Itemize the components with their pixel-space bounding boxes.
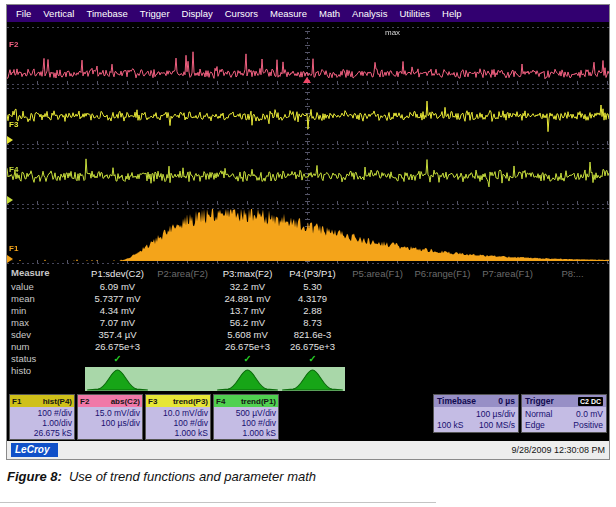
menu-item-measure[interactable]: Measure xyxy=(264,8,313,19)
trace-label-f3[interactable]: F3 xyxy=(9,120,18,129)
histogram-icon xyxy=(85,367,150,391)
oscilloscope-screen: FileVerticalTimebaseTriggerDisplayCursor… xyxy=(6,4,610,460)
trace-function: trend(P1) xyxy=(241,397,276,406)
trace-function: trend(P3) xyxy=(173,397,208,406)
menu-bar: FileVerticalTimebaseTriggerDisplayCursor… xyxy=(7,5,609,22)
scale-line: 100 µs/div xyxy=(80,418,140,428)
measure-histicon-p5 xyxy=(345,367,410,391)
menu-item-trigger[interactable]: Trigger xyxy=(134,8,176,19)
menu-item-utilities[interactable]: Utilities xyxy=(393,8,436,19)
measure-cell-sdev-p4: 821.6e-3 xyxy=(280,329,345,341)
measure-cell-mean-p4: 4.3179 xyxy=(280,293,345,305)
menu-item-help[interactable]: Help xyxy=(436,8,468,19)
trace-label-f2[interactable]: F2 xyxy=(9,40,18,49)
measure-column-header-p8[interactable]: P8:... xyxy=(540,267,605,281)
measure-column-header-p3[interactable]: P3:max(F2) xyxy=(215,267,280,281)
measure-cell-sdev-p2 xyxy=(150,329,215,341)
trace-descriptor-f3-body: 10.0 mV/div 100 #/div 1.000 kS xyxy=(146,407,210,439)
trace-descriptor-f2[interactable]: F2 abs(C2) 15.0 mV/div 100 µs/div xyxy=(77,394,143,440)
figure-caption-text: Use of trend functions and parameter mat… xyxy=(69,469,316,484)
histogram-icon xyxy=(215,367,280,391)
measure-column-header-p4[interactable]: P4:(P3/P1) xyxy=(280,267,345,281)
measure-cell-status-p5 xyxy=(345,353,410,365)
trigger-body: Normal 0.0 mV Edge Positive xyxy=(522,407,606,432)
measure-cell-min-p2 xyxy=(150,305,215,317)
measure-cell-max-p2 xyxy=(150,317,215,329)
menu-item-analysis[interactable]: Analysis xyxy=(346,8,393,19)
measure-column-header-p2[interactable]: P2:area(F2) xyxy=(150,267,215,281)
page: FileVerticalTimebaseTriggerDisplayCursor… xyxy=(0,0,616,507)
measure-cell-min-p7 xyxy=(475,305,540,317)
waveform-display: F2 F3 F4 F1 max xyxy=(7,22,609,265)
histogram-icon xyxy=(280,367,345,391)
trace-descriptor-f4-header: F4 trend(P1) xyxy=(214,395,278,407)
trigger-descriptor[interactable]: Trigger C2 DC Normal 0.0 mV Edge Positiv… xyxy=(521,394,607,433)
trigger-slope: Positive xyxy=(573,420,603,431)
timebase-header: Timebase 0 µs xyxy=(434,395,518,407)
trace-level-marker-f4-icon[interactable] xyxy=(7,196,13,204)
measure-row-label-mean: mean xyxy=(11,293,85,305)
measure-column-header-p1[interactable]: P1:sdev(C2) xyxy=(85,267,150,281)
trace-level-marker-f1-icon[interactable] xyxy=(7,255,13,263)
trigger-level: 0.0 mV xyxy=(576,409,603,420)
measure-cell-value-p8 xyxy=(540,281,605,293)
status-bar: LeCroy 9/28/2009 12:30:08 PM xyxy=(7,441,609,459)
measure-cell-status-p3: ✓ xyxy=(215,353,280,365)
lecroy-logo: LeCroy xyxy=(11,443,58,457)
menu-item-math[interactable]: Math xyxy=(313,8,346,19)
trace-descriptor-f4-body: 500 µV/div 100 #/div 1.000 kS xyxy=(214,407,278,439)
measure-cell-value-p3: 32.2 mV xyxy=(215,281,280,293)
measure-cell-sdev-p3: 5.608 mV xyxy=(215,329,280,341)
scale-line: 100 #/div xyxy=(148,418,208,428)
menu-item-display[interactable]: Display xyxy=(176,8,219,19)
trace-descriptor-f3[interactable]: F3 trend(P3) 10.0 mV/div 100 #/div 1.000… xyxy=(145,394,211,440)
waveform-canvas[interactable] xyxy=(7,22,609,265)
measure-cell-status-p8 xyxy=(540,353,605,365)
measure-column-header-p6[interactable]: P6:range(F1) xyxy=(410,267,475,281)
menu-item-timebase[interactable]: Timebase xyxy=(80,8,133,19)
measure-cell-min-p5 xyxy=(345,305,410,317)
measure-cell-max-p4: 8.73 xyxy=(280,317,345,329)
trace-level-marker-f3-icon[interactable] xyxy=(7,136,13,144)
measure-cell-max-p5 xyxy=(345,317,410,329)
measure-cell-min-p8 xyxy=(540,305,605,317)
measure-cell-value-p6 xyxy=(410,281,475,293)
scale-line xyxy=(80,428,140,438)
timebase-scale: 100 µs/div xyxy=(437,409,515,420)
timebase-descriptor[interactable]: Timebase 0 µs 100 µs/div 100 kS 100 MS/s xyxy=(433,394,519,433)
trace-descriptor-f1[interactable]: F1 hist(P4) 100 #/div 1.00/div 26.675 kS xyxy=(9,394,75,440)
measure-row-label-status: status xyxy=(11,353,85,365)
measure-column-header-p7[interactable]: P7:area(F1) xyxy=(475,267,540,281)
menu-item-file[interactable]: File xyxy=(10,8,37,19)
timebase-offset: 0 µs xyxy=(498,396,515,406)
measure-cell-sdev-p8 xyxy=(540,329,605,341)
measure-cell-max-p3: 56.2 mV xyxy=(215,317,280,329)
trace-function: abs(C2) xyxy=(111,397,140,406)
menu-item-cursors[interactable]: Cursors xyxy=(219,8,264,19)
trace-descriptor-f4[interactable]: F4 trend(P1) 500 µV/div 100 #/div 1.000 … xyxy=(213,394,279,440)
scale-line: 100 #/div xyxy=(216,418,276,428)
trigger-time-marker-icon[interactable] xyxy=(303,77,311,83)
measure-histicon-p3 xyxy=(215,367,280,391)
trace-label-f1[interactable]: F1 xyxy=(9,244,18,253)
measure-cell-mean-p1: 5.7377 mV xyxy=(85,293,150,305)
measure-cell-value-p4: 5.30 xyxy=(280,281,345,293)
measure-cell-status-p6 xyxy=(410,353,475,365)
menu-item-vertical[interactable]: Vertical xyxy=(37,8,80,19)
measure-cell-mean-p7 xyxy=(475,293,540,305)
measure-cell-num-p7 xyxy=(475,341,540,353)
measure-cell-num-p3: 26.675e+3 xyxy=(215,341,280,353)
measure-histicon-p4 xyxy=(280,367,345,391)
measure-cell-num-p1: 26.675e+3 xyxy=(85,341,150,353)
trigger-mode: Normal xyxy=(525,409,552,420)
trace-function: hist(P4) xyxy=(43,397,72,406)
trace-label-f4[interactable]: F4 xyxy=(9,165,18,174)
measure-cell-mean-p2 xyxy=(150,293,215,305)
measure-cell-num-p4: 26.675e+3 xyxy=(280,341,345,353)
measure-column-header-p5[interactable]: P5:area(F1) xyxy=(345,267,410,281)
trace-descriptor-f2-header: F2 abs(C2) xyxy=(78,395,142,407)
measure-row-label-max: max xyxy=(11,317,85,329)
measure-cell-max-p6 xyxy=(410,317,475,329)
measure-histicon-p7 xyxy=(475,367,540,391)
measure-title: Measure xyxy=(11,267,85,279)
